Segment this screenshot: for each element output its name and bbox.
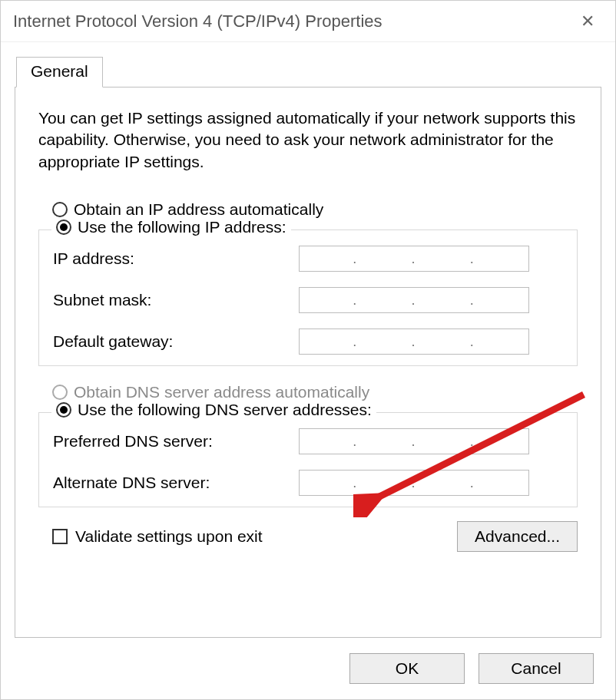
input-default-gateway[interactable]: ... [299,329,529,355]
tab-strip: General [16,56,601,87]
label-ip-address: IP address: [53,249,299,268]
bottom-row: Validate settings upon exit Advanced... [38,521,578,552]
input-ip-address[interactable]: ... [299,246,529,272]
radio-icon [52,202,68,217]
input-preferred-dns[interactable]: ... [299,428,529,454]
label-preferred-dns: Preferred DNS server: [53,432,299,451]
checkbox-validate[interactable] [52,529,68,544]
intro-text: You can get IP settings assigned automat… [38,107,578,173]
input-alternate-dns[interactable]: ... [299,470,529,496]
radio-label-dns-auto: Obtain DNS server address automatically [74,383,369,401]
label-default-gateway: Default gateway: [53,332,299,351]
radio-icon [56,402,71,418]
radio-label-dns-manual: Use the following DNS server addresses: [78,401,372,419]
close-icon[interactable]: ✕ [572,12,603,31]
radio-icon [52,385,68,400]
radio-ip-manual[interactable]: Use the following IP address: [51,218,291,236]
input-subnet-mask[interactable]: ... [299,287,529,313]
dialog-button-bar: OK Cancel [1,638,615,699]
cancel-button[interactable]: Cancel [479,653,594,684]
label-alternate-dns: Alternate DNS server: [53,474,299,492]
label-validate: Validate settings upon exit [75,527,263,546]
dns-fieldset: Use the following DNS server addresses: … [38,412,578,507]
radio-icon [56,220,71,235]
window-title: Internet Protocol Version 4 (TCP/IPv4) P… [13,12,572,31]
tab-general[interactable]: General [16,57,103,88]
radio-label-ip-manual: Use the following IP address: [78,218,286,236]
ok-button[interactable]: OK [349,653,465,684]
client-area: General You can get IP settings assigned… [1,42,615,638]
radio-dns-manual[interactable]: Use the following DNS server addresses: [51,401,376,419]
title-bar: Internet Protocol Version 4 (TCP/IPv4) P… [1,1,615,42]
advanced-button[interactable]: Advanced... [457,521,578,552]
radio-label-ip-auto: Obtain an IP address automatically [74,200,323,219]
ip-fieldset: Use the following IP address: IP address… [38,229,578,366]
tab-panel-general: You can get IP settings assigned automat… [15,87,601,638]
properties-dialog: Internet Protocol Version 4 (TCP/IPv4) P… [0,0,616,700]
label-subnet-mask: Subnet mask: [53,291,299,309]
